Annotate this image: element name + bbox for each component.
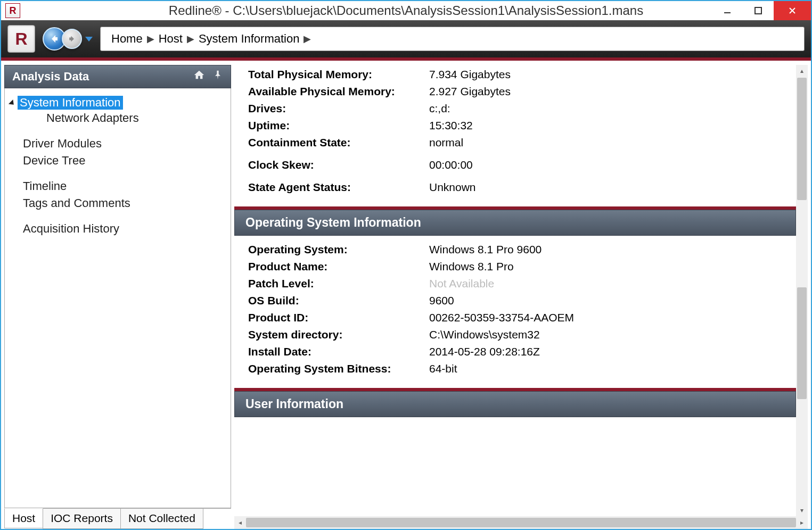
scroll-thumb[interactable] — [246, 518, 796, 527]
redline-logo-icon: R — [7, 25, 35, 53]
content-scroll-area: Total Physical Memory:7.934 Gigabytes Av… — [234, 65, 808, 516]
toolbar: R Home ▶ Host ▶ System Information ▶ — [1, 20, 811, 61]
kv-value: Not Available — [429, 277, 782, 290]
kv-label: Clock Skew: — [248, 159, 429, 171]
sidebar-bottom-tabs: Host IOC Reports Not Collected — [4, 508, 231, 529]
sidebar-header: Analysis Data — [4, 65, 231, 88]
tree-item-tags-comments[interactable]: Tags and Comments — [20, 195, 225, 212]
tree-item-device-tree[interactable]: Device Tree — [20, 152, 225, 169]
kv-label: OS Build: — [248, 294, 429, 307]
kv-label: Drives: — [248, 102, 429, 115]
kv-value: 9600 — [429, 294, 782, 307]
scroll-right-icon[interactable]: ▸ — [796, 519, 808, 526]
scroll-thumb[interactable] — [797, 78, 807, 200]
minimize-button[interactable] — [712, 1, 743, 20]
sidebar-tree: System Information Network Adapters Driv… — [4, 88, 231, 508]
svg-rect-0 — [724, 12, 731, 13]
kv-label: System directory: — [248, 328, 429, 341]
nav-history-dropdown-icon[interactable] — [85, 37, 93, 42]
kv-value: 2014-05-28 09:28:16Z — [429, 345, 782, 358]
window-title: Redline® - C:\Users\bluejack\Documents\A… — [1, 3, 811, 18]
nav-forward-button[interactable] — [62, 29, 82, 49]
tree-item-system-information[interactable]: System Information — [18, 96, 123, 110]
kv-label: Operating System: — [248, 243, 429, 256]
tree-item-acquisition-history[interactable]: Acquisition History — [20, 220, 225, 237]
svg-rect-1 — [755, 7, 761, 14]
kv-label: Patch Level: — [248, 277, 429, 290]
tree-item-network-adapters[interactable]: Network Adapters — [43, 110, 225, 127]
kv-value: 7.934 Gigabytes — [429, 68, 782, 81]
breadcrumb-item[interactable]: System Information — [199, 32, 300, 46]
kv-label: Install Date: — [248, 345, 429, 358]
kv-value: 00262-50359-33754-AAOEM — [429, 311, 782, 324]
tree-item-timeline[interactable]: Timeline — [20, 178, 225, 195]
scroll-left-icon[interactable]: ◂ — [234, 519, 246, 526]
scroll-down-icon[interactable]: ▾ — [796, 504, 808, 516]
chevron-right-icon: ▶ — [187, 33, 194, 45]
kv-value: c:,d: — [429, 102, 782, 115]
kv-label: Total Physical Memory: — [248, 68, 429, 81]
kv-value: normal — [429, 136, 782, 149]
vertical-scrollbar[interactable]: ▴ ▾ — [796, 65, 808, 516]
section-header-user: User Information — [234, 391, 796, 417]
app-icon: R — [5, 3, 20, 18]
kv-label: Product ID: — [248, 311, 429, 324]
kv-label: Available Physical Memory: — [248, 85, 429, 98]
section-header-os: Operating System Information — [234, 210, 796, 236]
breadcrumb-item[interactable]: Home — [111, 32, 143, 46]
chevron-right-icon: ▶ — [147, 33, 154, 45]
kv-value: C:\Windows\system32 — [429, 328, 782, 341]
kv-value: Windows 8.1 Pro 9600 — [429, 243, 782, 256]
tab-ioc-reports[interactable]: IOC Reports — [43, 509, 121, 529]
tree-item-driver-modules[interactable]: Driver Modules — [20, 135, 225, 152]
kv-label: Operating System Bitness: — [248, 362, 429, 375]
tab-host[interactable]: Host — [4, 508, 43, 528]
tab-not-collected[interactable]: Not Collected — [120, 509, 203, 529]
kv-value: Windows 8.1 Pro — [429, 260, 782, 273]
window-titlebar: R Redline® - C:\Users\bluejack\Documents… — [0, 0, 812, 20]
tree-caret-icon[interactable] — [9, 100, 16, 107]
kv-value: 15:30:32 — [429, 119, 782, 132]
kv-label: State Agent Status: — [248, 181, 429, 194]
close-button[interactable] — [774, 1, 811, 20]
kv-label: Uptime: — [248, 119, 429, 132]
pin-icon[interactable] — [212, 70, 223, 84]
kv-value: 00:00:00 — [429, 159, 782, 171]
kv-value: 2.927 Gigabytes — [429, 85, 782, 98]
kv-value: 64-bit — [429, 362, 782, 375]
chevron-right-icon: ▶ — [304, 33, 311, 45]
kv-label: Product Name: — [248, 260, 429, 273]
breadcrumb-item[interactable]: Host — [159, 32, 183, 46]
maximize-button[interactable] — [743, 1, 774, 20]
breadcrumb[interactable]: Home ▶ Host ▶ System Information ▶ — [100, 27, 805, 51]
kv-label: Containment State: — [248, 136, 429, 149]
horizontal-scrollbar[interactable]: ◂ ▸ — [234, 516, 808, 529]
scroll-up-icon[interactable]: ▴ — [796, 65, 808, 77]
home-icon[interactable] — [193, 69, 205, 84]
kv-value: Unknown — [429, 181, 782, 194]
sidebar-title: Analysis Data — [12, 70, 89, 84]
scroll-thumb[interactable] — [797, 287, 807, 399]
